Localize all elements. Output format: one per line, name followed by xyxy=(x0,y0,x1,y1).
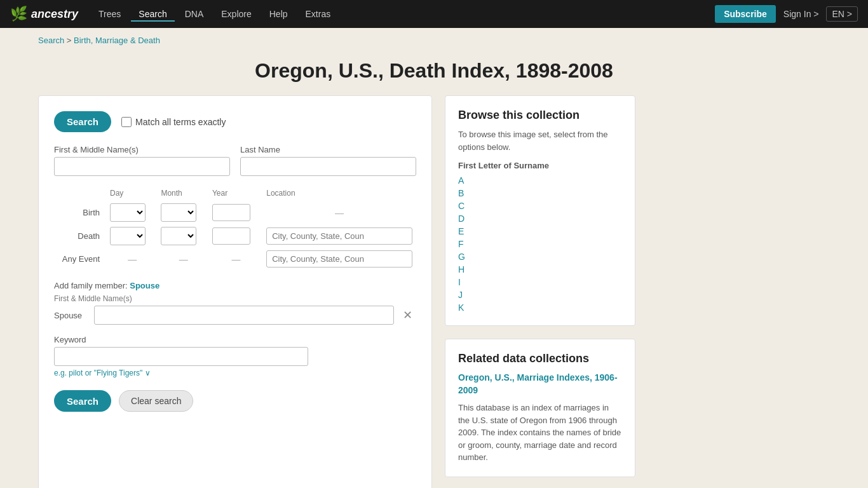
family-section: Add family member: Spouse First & Middle… xyxy=(54,281,416,325)
nav-explore[interactable]: Explore xyxy=(214,6,259,22)
last-name-field: Last Name xyxy=(240,145,416,176)
letter-h[interactable]: H xyxy=(458,264,622,274)
keyword-label: Keyword xyxy=(54,335,416,344)
any-event-day-dash: — xyxy=(110,254,154,264)
birth-label: Birth xyxy=(55,201,106,224)
spouse-input[interactable] xyxy=(94,306,394,325)
search-button-top[interactable]: Search xyxy=(54,111,111,132)
nav-extras[interactable]: Extras xyxy=(298,6,339,22)
language-selector[interactable]: EN > xyxy=(826,6,858,22)
nav-links: Trees Search DNA Explore Help Extras xyxy=(91,6,715,22)
logo-text: ancestry xyxy=(31,8,78,21)
nav-dna[interactable]: DNA xyxy=(177,6,212,22)
sidebar: Browse this collection To browse this im… xyxy=(445,95,635,488)
breadcrumb-separator: > xyxy=(67,36,74,45)
spouse-row: Spouse ✕ xyxy=(54,306,416,325)
birth-row: Birth xyxy=(55,201,415,224)
spouse-section-label: First & Middle Name(s) xyxy=(54,294,416,303)
death-location-input[interactable] xyxy=(266,227,412,245)
subscribe-button[interactable]: Subscribe xyxy=(715,5,776,23)
nav-trees[interactable]: Trees xyxy=(91,6,128,22)
letter-g[interactable]: G xyxy=(458,252,622,262)
death-label: Death xyxy=(55,225,106,247)
keyword-section: Keyword e.g. pilot or "Flying Tigers" ∨ xyxy=(54,335,416,377)
nav-search[interactable]: Search xyxy=(131,6,174,22)
keyword-hint[interactable]: e.g. pilot or "Flying Tigers" ∨ xyxy=(54,369,416,377)
related-item-0-link[interactable]: Oregon, U.S., Marriage Indexes, 1906-200… xyxy=(458,372,622,396)
month-header: Month xyxy=(158,187,208,200)
last-name-input[interactable] xyxy=(240,157,416,176)
any-event-label: Any Event xyxy=(55,248,106,269)
browse-title: Browse this collection xyxy=(458,109,622,122)
birth-location-dash: — xyxy=(266,208,412,218)
match-exact-label[interactable]: Match all terms exactly xyxy=(121,117,226,127)
breadcrumb-birth-marriage-death[interactable]: Birth, Marriage & Death xyxy=(74,36,160,45)
breadcrumb: Search > Birth, Marriage & Death xyxy=(0,28,868,53)
spouse-label-text: Spouse xyxy=(54,311,89,320)
letter-b[interactable]: B xyxy=(458,188,622,198)
browse-description: To browse this image set, select from th… xyxy=(458,128,622,153)
breadcrumb-search[interactable]: Search xyxy=(38,36,64,45)
birth-day-select[interactable] xyxy=(110,203,146,222)
search-form: Search Match all terms exactly First & M… xyxy=(38,95,432,488)
clear-search-button[interactable]: Clear search xyxy=(119,390,193,412)
death-row: Death xyxy=(55,225,415,247)
nav-right: Subscribe Sign In > EN > xyxy=(715,5,858,23)
letter-f[interactable]: F xyxy=(458,239,622,249)
letter-c[interactable]: C xyxy=(458,201,622,211)
spouse-link[interactable]: Spouse xyxy=(130,281,159,290)
name-row: First & Middle Name(s) Last Name xyxy=(54,145,416,176)
first-name-label: First & Middle Name(s) xyxy=(54,145,230,154)
family-member-label: Add family member: Spouse xyxy=(54,281,416,290)
death-day-select[interactable] xyxy=(110,227,146,245)
nav-help[interactable]: Help xyxy=(262,6,295,22)
signin-link[interactable]: Sign In > xyxy=(783,9,819,19)
letter-e[interactable]: E xyxy=(458,226,622,236)
navigation: 🌿 ancestry Trees Search DNA Explore Help… xyxy=(0,0,868,28)
browse-card: Browse this collection To browse this im… xyxy=(445,95,635,326)
remove-spouse-button[interactable]: ✕ xyxy=(399,307,416,323)
any-event-month-dash: — xyxy=(161,254,205,264)
keyword-input[interactable] xyxy=(54,347,308,366)
death-year-input[interactable] xyxy=(212,227,250,245)
search-button-bottom[interactable]: Search xyxy=(54,390,111,412)
letter-j[interactable]: J xyxy=(458,290,622,300)
any-event-year-dash: — xyxy=(212,254,260,264)
death-month-select[interactable] xyxy=(161,227,196,245)
birth-year-input[interactable] xyxy=(212,204,250,221)
main-layout: Search Match all terms exactly First & M… xyxy=(0,95,868,488)
first-name-input[interactable] xyxy=(54,157,230,176)
match-exact-checkbox[interactable] xyxy=(121,117,132,127)
year-header: Year xyxy=(210,187,262,200)
day-header: Day xyxy=(107,187,157,200)
form-top-row: Search Match all terms exactly xyxy=(54,111,416,132)
date-table: Day Month Year Location Birth xyxy=(54,186,416,271)
date-section: Day Month Year Location Birth xyxy=(54,186,416,271)
letter-i[interactable]: I xyxy=(458,277,622,287)
first-letter-label: First Letter of Surname xyxy=(458,161,622,170)
related-title: Related data collections xyxy=(458,352,622,365)
page-title: Oregon, U.S., Death Index, 1898-2008 xyxy=(0,59,868,83)
related-card: Related data collections Oregon, U.S., M… xyxy=(445,339,635,477)
letter-k[interactable]: K xyxy=(458,302,622,313)
letter-d[interactable]: D xyxy=(458,214,622,224)
ancestry-leaf-icon: 🌿 xyxy=(10,6,27,22)
related-item-0-desc: This database is an index of marriages i… xyxy=(458,402,622,464)
logo[interactable]: 🌿 ancestry xyxy=(10,6,78,22)
any-event-row: Any Event — — — xyxy=(55,248,415,269)
birth-month-select[interactable] xyxy=(161,203,196,222)
last-name-label: Last Name xyxy=(240,145,416,154)
match-exact-text: Match all terms exactly xyxy=(135,117,226,127)
location-header: Location xyxy=(264,187,415,200)
any-event-location-input[interactable] xyxy=(266,250,412,268)
first-name-field: First & Middle Name(s) xyxy=(54,145,230,176)
add-family-text: Add family member: xyxy=(54,281,128,290)
bottom-buttons: Search Clear search xyxy=(54,390,416,412)
surname-letters: A B C D E F G H I J K xyxy=(458,175,622,313)
letter-a[interactable]: A xyxy=(458,175,622,186)
